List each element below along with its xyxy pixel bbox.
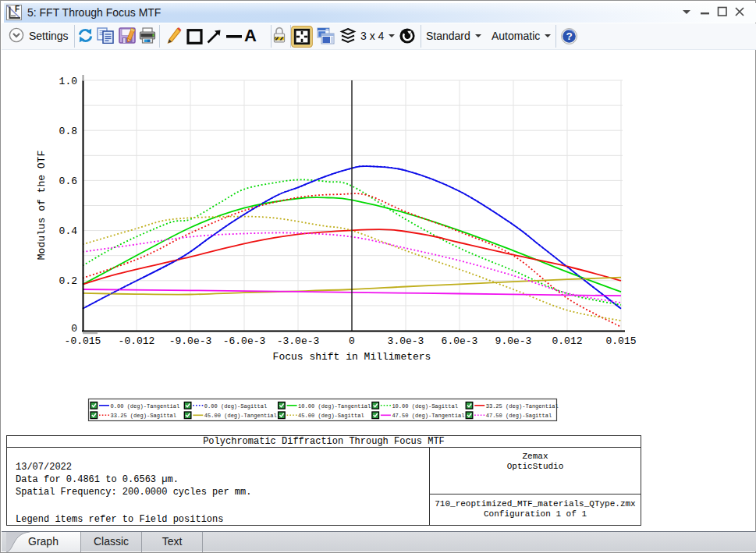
svg-text:10.00 (deg)-Tangential: 10.00 (deg)-Tangential xyxy=(298,403,371,409)
svg-text:45.00 (deg)-Tangential: 45.00 (deg)-Tangential xyxy=(204,413,277,419)
svg-text:45.00 (deg)-Sagittal: 45.00 (deg)-Sagittal xyxy=(298,413,364,419)
svg-text:0.00 (deg)-Tangential: 0.00 (deg)-Tangential xyxy=(111,403,180,409)
svg-text:0.00 (deg)-Sagittal: 0.00 (deg)-Sagittal xyxy=(204,403,267,409)
svg-text:47.50 (deg)-Tangential: 47.50 (deg)-Tangential xyxy=(392,413,464,419)
svg-text:33.25 (deg)-Sagittal: 33.25 (deg)-Sagittal xyxy=(111,413,177,419)
svg-text:10.00 (deg)-Sagittal: 10.00 (deg)-Sagittal xyxy=(392,403,458,409)
svg-text:47.50 (deg)-Sagittal: 47.50 (deg)-Sagittal xyxy=(486,413,552,419)
svg-text:33.25 (deg)-Tangential: 33.25 (deg)-Tangential xyxy=(486,403,559,409)
